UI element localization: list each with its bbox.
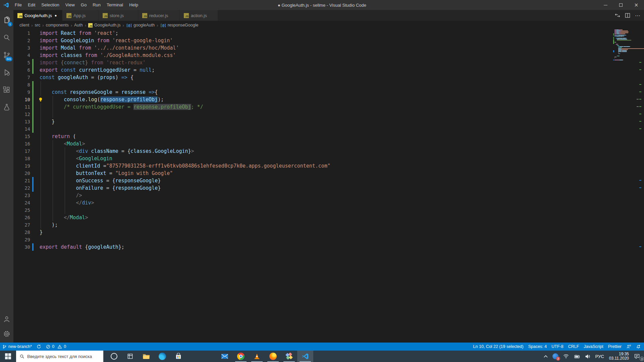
indent-guide	[41, 111, 41, 118]
menu-item-help[interactable]: Help	[126, 0, 141, 10]
line-number: 1	[13, 29, 30, 37]
sidebar-item-run-debug[interactable]	[0, 65, 13, 80]
line-number: 25	[13, 206, 30, 214]
breadcrumb-item-googleauth[interactable]: [@]googleAuth	[126, 23, 155, 27]
account-icon	[3, 315, 11, 323]
minimap-code-mark	[627, 51, 627, 52]
action-center-button[interactable]: 3	[632, 351, 644, 362]
tab-googleauth-js[interactable]: JSGoogleAuth.js●	[13, 10, 62, 21]
cortana-icon	[111, 353, 117, 360]
settings-button[interactable]	[0, 326, 13, 341]
volume-button[interactable]	[583, 351, 593, 362]
menu-item-selection[interactable]: Selection	[38, 0, 62, 10]
cursor-position[interactable]: Ln 10, Col 22 (19 selected)	[471, 343, 526, 351]
minimize-button[interactable]	[598, 0, 613, 10]
sidebar-item-testing[interactable]	[0, 100, 13, 115]
code-token: responseGoogle	[115, 185, 158, 191]
open-changes-icon[interactable]	[615, 13, 620, 18]
gutter-change-indicator	[32, 118, 34, 125]
tray-expand-button[interactable]	[541, 351, 550, 362]
maximize-button[interactable]	[613, 0, 629, 10]
code-token: import	[40, 52, 61, 58]
clock[interactable]: 19:35 03.11.2020	[606, 352, 632, 361]
microsoft-store-button[interactable]	[170, 351, 186, 362]
chrome-button[interactable]	[233, 351, 249, 362]
menu-item-run[interactable]: Run	[90, 0, 104, 10]
code-token: <	[64, 141, 67, 147]
language-indicator[interactable]: РУС	[593, 351, 606, 362]
breadcrumb-label: googleAuth	[133, 23, 155, 27]
breadcrumb-item-auth[interactable]: Auth	[74, 23, 83, 27]
breadcrumb-item-components[interactable]: components	[46, 23, 69, 27]
code-line: 10 console.log(response.profileObj);	[13, 96, 584, 103]
sidebar-item-extensions[interactable]	[0, 82, 13, 97]
mail-button[interactable]	[217, 351, 233, 362]
warning-count: 0	[64, 344, 66, 349]
menu-item-file[interactable]: File	[12, 0, 25, 10]
problems-status[interactable]: 0 0	[44, 343, 68, 351]
git-branch-status[interactable]: new-branch*	[0, 343, 34, 351]
vscode-taskbar-button[interactable]	[297, 351, 313, 362]
overview-ruler[interactable]	[636, 29, 644, 343]
breadcrumb-item-src[interactable]: src	[35, 23, 41, 27]
taskbar-search-input[interactable]: Введите здесь текст для поиска	[16, 351, 103, 362]
firefox-button[interactable]	[265, 351, 281, 362]
notifications-button[interactable]	[634, 343, 644, 351]
breadcrumb-item-client[interactable]: client	[19, 23, 29, 27]
code-token: {	[112, 185, 115, 191]
menu-item-edit[interactable]: Edit	[25, 0, 38, 10]
ruler-change-mark	[639, 84, 641, 85]
file-explorer-button[interactable]	[138, 351, 154, 362]
code-token: =	[115, 89, 121, 95]
tab-app-js[interactable]: JSApp.js	[62, 10, 99, 21]
code-token: GoogleLogin	[61, 38, 97, 44]
indentation[interactable]: Spaces: 4	[526, 343, 549, 351]
git-client-button[interactable]	[281, 351, 297, 362]
tab-store-js[interactable]: JSstore.js	[99, 10, 138, 21]
minimap-code-mark	[616, 31, 620, 31]
more-actions-icon[interactable]: ⋯	[635, 12, 641, 19]
sync-changes-button[interactable]	[34, 343, 44, 351]
tab-reducer-js[interactable]: JSreducer.js	[138, 10, 180, 21]
line-number: 17	[13, 147, 30, 155]
sidebar-item-source-control[interactable]: 341	[0, 48, 13, 62]
vlc-button[interactable]	[249, 351, 265, 362]
sidebar-item-explorer[interactable]: 1	[0, 13, 13, 27]
edge-button[interactable]	[154, 351, 170, 362]
tab-action-js[interactable]: JSaction.js	[180, 10, 218, 21]
cortana-button[interactable]	[106, 351, 122, 362]
modified-dot-icon[interactable]: ●	[55, 13, 57, 17]
line-number: 28	[13, 229, 30, 236]
encoding[interactable]: UTF-8	[549, 343, 566, 351]
minimap-code-mark	[622, 29, 623, 30]
breadcrumb-label: Auth	[74, 23, 83, 27]
close-button[interactable]: ×	[629, 0, 644, 10]
start-button[interactable]	[0, 351, 16, 362]
feedback-button[interactable]	[624, 343, 634, 351]
language-mode[interactable]: JavaScript	[581, 343, 605, 351]
eol-sequence[interactable]: CRLF	[566, 343, 582, 351]
split-editor-icon[interactable]	[625, 13, 630, 18]
minimap-code-mark	[624, 40, 630, 41]
minimize-icon	[604, 5, 607, 5]
minimap-code-mark	[619, 56, 620, 56]
code-token: =	[133, 67, 140, 73]
menu-item-terminal[interactable]: Terminal	[104, 0, 126, 10]
sidebar-item-search[interactable]	[0, 30, 13, 45]
menu-item-view[interactable]: View	[62, 0, 78, 10]
battery-button[interactable]	[571, 351, 583, 362]
branch-name: new-branch*	[8, 344, 32, 349]
tray-app-button[interactable]: 3	[550, 351, 561, 362]
network-button[interactable]	[561, 351, 571, 362]
menu-item-go[interactable]: Go	[78, 0, 90, 10]
code-line: 22 onFailure = {responseGoogle}	[13, 184, 584, 192]
accounts-button[interactable]	[0, 312, 13, 326]
code-token: default	[61, 244, 85, 250]
code-editor[interactable]: 1import React from 'react';2import Googl…	[13, 29, 644, 343]
formatter[interactable]: Prettier	[606, 343, 624, 351]
task-view-button[interactable]	[122, 351, 138, 362]
breadcrumb-item-googleauth.js[interactable]: JSGoogleAuth.js	[88, 23, 121, 27]
breadcrumb-label: components	[46, 23, 69, 27]
breadcrumb-item-responsegoogle[interactable]: [@]responseGoogle	[160, 23, 199, 27]
line-number: 22	[13, 184, 30, 192]
